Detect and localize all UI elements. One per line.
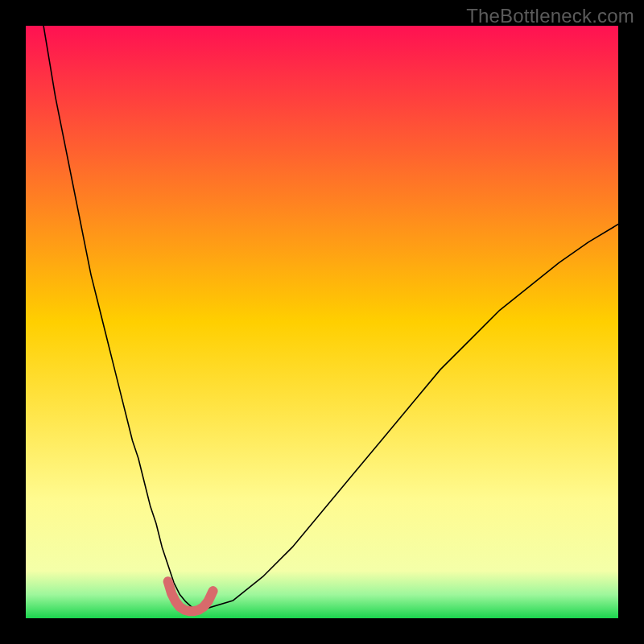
chart-frame: TheBottleneck.com xyxy=(0,0,644,644)
chart-canvas xyxy=(26,26,618,618)
plot-area xyxy=(26,26,618,618)
watermark-text: TheBottleneck.com xyxy=(466,5,634,27)
gradient-background xyxy=(26,26,618,618)
